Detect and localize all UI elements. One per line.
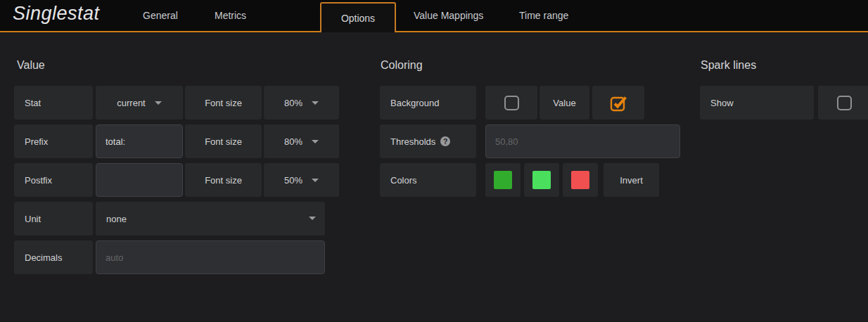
value-checkbox-cell	[592, 86, 644, 120]
unit-select-value: none	[106, 214, 127, 224]
chevron-down-icon	[312, 101, 319, 105]
prefix-label: Prefix	[14, 124, 93, 158]
tab-time-range[interactable]: Time range	[519, 0, 568, 31]
color-swatch-3[interactable]	[571, 171, 589, 189]
value-section-title: Value	[17, 59, 45, 72]
background-checkbox-cell	[485, 86, 537, 120]
unit-label: Unit	[14, 202, 93, 236]
stat-font-size-select[interactable]: 80%	[264, 86, 339, 120]
color-swatch-2[interactable]	[532, 171, 551, 189]
stat-font-size-value: 80%	[284, 98, 302, 108]
tab-options-label: Options	[341, 13, 375, 24]
decimals-input[interactable]	[96, 240, 325, 274]
postfix-input[interactable]	[96, 163, 183, 197]
checked-checkbox-icon[interactable]	[609, 94, 628, 112]
sparklines-show-label: Show	[700, 86, 814, 120]
colors-label: Colors	[380, 163, 476, 197]
color-swatch-cell	[485, 163, 521, 197]
thresholds-input[interactable]	[485, 124, 680, 158]
sparklines-show-checkbox[interactable]	[837, 96, 852, 110]
stat-select[interactable]: current	[96, 86, 183, 120]
invert-button[interactable]: Invert	[604, 163, 659, 197]
sparklines-checkbox-cell	[818, 86, 868, 120]
thresholds-label-cell: Thresholds ?	[380, 124, 476, 158]
postfix-font-size-label: Font size	[185, 163, 262, 197]
coloring-section-title: Coloring	[381, 59, 423, 72]
prefix-font-size-value: 80%	[284, 136, 302, 147]
header-underline	[0, 31, 868, 32]
tab-metrics[interactable]: Metrics	[215, 0, 246, 31]
prefix-font-size-select[interactable]: 80%	[264, 124, 339, 158]
postfix-label: Postfix	[14, 163, 93, 197]
decimals-label: Decimals	[14, 240, 93, 274]
chevron-down-icon	[155, 101, 162, 105]
tab-general[interactable]: General	[143, 0, 178, 31]
coloring-value-label: Value	[540, 86, 589, 120]
stat-select-value: current	[117, 98, 145, 108]
unit-select[interactable]: none	[96, 202, 325, 236]
prefix-input[interactable]	[96, 124, 183, 158]
panel-type-title: Singlestat	[13, 3, 100, 25]
color-swatch-1[interactable]	[494, 171, 512, 189]
postfix-font-size-value: 50%	[284, 175, 302, 186]
color-swatch-cell	[563, 163, 598, 197]
tab-value-mappings[interactable]: Value Mappings	[414, 0, 483, 31]
postfix-font-size-select[interactable]: 50%	[264, 163, 339, 197]
color-swatch-cell	[524, 163, 559, 197]
sparklines-section-title: Spark lines	[701, 59, 756, 72]
stat-label: Stat	[14, 86, 93, 120]
tab-options[interactable]: Options	[320, 2, 396, 32]
singlestat-options-panel: Singlestat General Metrics Options Value…	[0, 0, 868, 322]
chevron-down-icon	[312, 179, 319, 182]
chevron-down-icon	[312, 140, 319, 143]
stat-font-size-label: Font size	[185, 86, 262, 120]
help-icon[interactable]: ?	[440, 136, 450, 146]
background-checkbox[interactable]	[504, 96, 519, 110]
background-label: Background	[380, 86, 476, 120]
chevron-down-icon	[309, 217, 316, 220]
prefix-font-size-label: Font size	[185, 124, 262, 158]
thresholds-label: Thresholds	[390, 136, 435, 147]
